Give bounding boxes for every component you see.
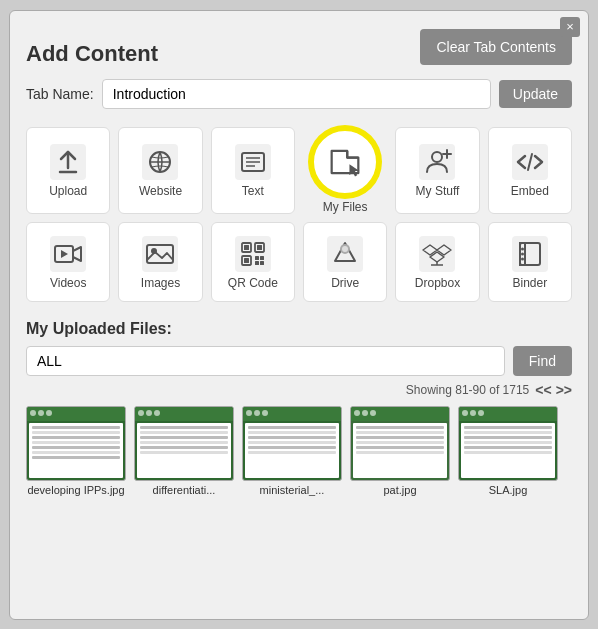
file-name: pat.jpg [383,484,416,496]
add-content-modal: × Add Content Clear Tab Contents Tab Nam… [9,10,589,620]
file-item[interactable]: differentiati... [134,406,234,496]
svg-rect-28 [257,245,262,250]
text-label: Text [242,184,264,198]
embed-option[interactable]: Embed [488,127,572,214]
svg-rect-26 [244,245,249,250]
svg-rect-24 [235,236,271,272]
file-name: developing IPPs.jpg [27,484,124,496]
dropbox-option[interactable]: Dropbox [395,222,479,302]
website-option[interactable]: Website [118,127,202,214]
showing-row: Showing 81-90 of 1715 << >> [26,382,572,398]
drive-option[interactable]: Drive [303,222,387,302]
tab-name-input[interactable] [102,79,491,109]
search-row: Find [26,346,572,376]
svg-point-50 [521,257,524,260]
website-label: Website [139,184,182,198]
clear-tab-contents-button[interactable]: Clear Tab Contents [420,29,572,65]
file-name: SLA.jpg [489,484,528,496]
close-button[interactable]: × [560,17,580,37]
next-arrow[interactable]: >> [556,382,572,398]
qrcode-option[interactable]: QR Code [211,222,295,302]
upload-label: Upload [49,184,87,198]
svg-rect-34 [260,261,264,265]
website-icon [142,144,178,180]
dropbox-label: Dropbox [415,276,460,290]
svg-point-49 [521,252,524,255]
images-icon [142,236,178,272]
svg-rect-39 [419,236,455,272]
prev-arrow[interactable]: << [535,382,551,398]
drive-label: Drive [331,276,359,290]
svg-point-48 [521,247,524,250]
file-item[interactable]: pat.jpg [350,406,450,496]
upload-icon [50,144,86,180]
update-button[interactable]: Update [499,80,572,108]
upload-option[interactable]: Upload [26,127,110,214]
file-item[interactable]: developing IPPs.jpg [26,406,126,496]
tab-name-row: Tab Name: Update [10,75,588,119]
binder-label: Binder [512,276,547,290]
svg-rect-33 [255,261,259,265]
images-label: Images [141,276,180,290]
binder-option[interactable]: Binder [488,222,572,302]
find-button[interactable]: Find [513,346,572,376]
mystuff-option[interactable]: My Stuff [395,127,479,214]
file-item[interactable]: SLA.jpg [458,406,558,496]
videos-label: Videos [50,276,86,290]
file-item[interactable]: ministerial_... [242,406,342,496]
svg-rect-31 [255,256,259,260]
embed-label: Embed [511,184,549,198]
files-grid: developing IPPs.jpg differentiati... [26,406,572,496]
my-files-title: My Uploaded Files: [26,320,572,338]
text-option[interactable]: Text [211,127,295,214]
showing-text: Showing 81-90 of 1715 [406,383,529,397]
dropbox-icon [419,236,455,272]
modal-title: Add Content [26,41,158,67]
qrcode-label: QR Code [228,276,278,290]
drive-icon [327,236,363,272]
my-files-section: My Uploaded Files: Find Showing 81-90 of… [10,310,588,500]
svg-point-38 [342,246,348,252]
nav-arrows: << >> [535,382,572,398]
tab-name-label: Tab Name: [26,86,94,102]
svg-rect-32 [260,256,264,260]
svg-rect-45 [512,236,548,272]
text-icon [235,144,271,180]
binder-icon [512,236,548,272]
modal-header: Add Content Clear Tab Contents [10,11,588,75]
file-name: ministerial_... [260,484,325,496]
videos-icon [50,236,86,272]
embed-icon [512,144,548,180]
mystuff-icon [419,144,455,180]
qrcode-icon [235,236,271,272]
mystuff-label: My Stuff [416,184,460,198]
svg-rect-30 [244,258,249,263]
images-option[interactable]: Images [118,222,202,302]
myfiles-icon [325,142,365,182]
icon-grid: Upload Website Text [10,119,588,310]
file-name: differentiati... [153,484,216,496]
videos-option[interactable]: Videos [26,222,110,302]
myfiles-label: My Files [323,200,368,214]
myfiles-option[interactable]: My Files [303,127,387,214]
file-search-input[interactable] [26,346,505,376]
